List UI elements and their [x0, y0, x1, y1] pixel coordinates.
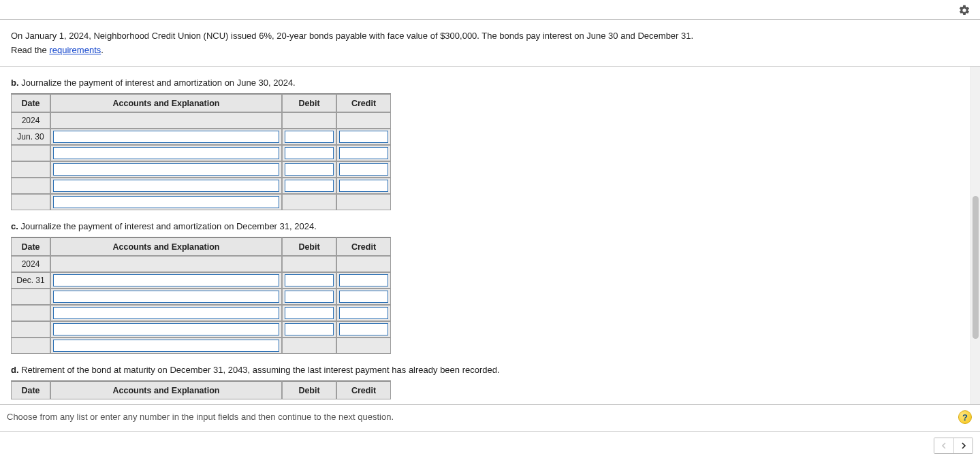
help-icon[interactable]: ?	[958, 410, 972, 424]
c-year: 2024	[11, 256, 50, 272]
c-acct-input-2[interactable]	[53, 291, 279, 303]
b-debit-input-4[interactable]	[285, 180, 334, 192]
nav-group	[934, 438, 973, 454]
b-debit-input-3[interactable]	[285, 163, 334, 176]
problem-text: On January 1, 2024, Neighborhood Credit …	[11, 31, 969, 41]
part-d-text: Retirement of the bond at maturity on De…	[21, 365, 499, 375]
c-acct-input-1[interactable]	[53, 274, 279, 286]
empty-cell	[336, 338, 391, 354]
col-credit-header: Credit	[336, 93, 391, 112]
top-bar	[0, 0, 980, 20]
content-wrap: b. Journalize the payment of interest an…	[0, 67, 980, 404]
read-suffix: .	[101, 45, 104, 55]
empty-cell	[336, 194, 391, 210]
journal-table-c: Date Accounts and Explanation Debit Cred…	[11, 237, 391, 354]
part-b-label: b.	[11, 78, 19, 88]
c-acct-input-3[interactable]	[53, 307, 279, 319]
empty-cell	[11, 145, 50, 161]
journal-table-b: Date Accounts and Explanation Debit Cred…	[11, 93, 391, 210]
empty-cell	[282, 112, 336, 129]
b-acct-input-5[interactable]	[53, 196, 279, 208]
empty-cell	[11, 305, 50, 321]
empty-cell	[11, 178, 50, 194]
col-accounts-header: Accounts and Explanation	[50, 237, 282, 256]
part-d-prompt: d. Retirement of the bond at maturity on…	[11, 365, 960, 375]
col-date-header: Date	[11, 93, 50, 112]
b-acct-input-3[interactable]	[53, 163, 279, 176]
b-debit-input-2[interactable]	[285, 147, 334, 159]
empty-cell	[50, 112, 282, 129]
read-requirements-line: Read the requirements.	[11, 45, 969, 55]
content-area: b. Journalize the payment of interest an…	[0, 67, 970, 404]
col-credit-header: Credit	[336, 380, 391, 399]
b-credit-input-2[interactable]	[339, 147, 388, 159]
empty-cell	[282, 338, 336, 354]
empty-cell	[11, 194, 50, 210]
requirements-link[interactable]: requirements	[49, 45, 101, 55]
nav-bar	[0, 432, 980, 459]
empty-cell	[336, 112, 391, 129]
c-debit-input-2[interactable]	[285, 291, 334, 303]
journal-table-d: Date Accounts and Explanation Debit Cred…	[11, 380, 391, 399]
col-accounts-header: Accounts and Explanation	[50, 380, 282, 399]
c-debit-input-4[interactable]	[285, 323, 334, 335]
part-b-text: Journalize the payment of interest and a…	[21, 78, 296, 88]
col-debit-header: Debit	[282, 380, 336, 399]
problem-intro: On January 1, 2024, Neighborhood Credit …	[0, 20, 980, 67]
scrollbar-track[interactable]	[970, 67, 980, 404]
empty-cell	[11, 321, 50, 338]
col-debit-header: Debit	[282, 237, 336, 256]
c-acct-input-5[interactable]	[53, 340, 279, 352]
col-debit-header: Debit	[282, 93, 336, 112]
part-b-prompt: b. Journalize the payment of interest an…	[11, 78, 960, 88]
prev-button	[934, 438, 953, 453]
empty-cell	[282, 256, 336, 272]
col-date-header: Date	[11, 380, 50, 399]
c-day: Dec. 31	[11, 272, 50, 289]
empty-cell	[11, 289, 50, 305]
c-debit-input-3[interactable]	[285, 307, 334, 319]
c-credit-input-1[interactable]	[339, 274, 388, 286]
col-accounts-header: Accounts and Explanation	[50, 93, 282, 112]
empty-cell	[282, 194, 336, 210]
col-credit-header: Credit	[336, 237, 391, 256]
c-acct-input-4[interactable]	[53, 323, 279, 335]
b-day: Jun. 30	[11, 129, 50, 145]
part-c-label: c.	[11, 221, 18, 231]
b-credit-input-3[interactable]	[339, 163, 388, 176]
part-c-prompt: c. Journalize the payment of interest an…	[11, 221, 960, 231]
next-button[interactable]	[953, 438, 973, 453]
c-credit-input-3[interactable]	[339, 307, 388, 319]
c-credit-input-4[interactable]	[339, 323, 388, 335]
c-credit-input-2[interactable]	[339, 291, 388, 303]
empty-cell	[11, 161, 50, 178]
c-debit-input-1[interactable]	[285, 274, 334, 286]
scrollbar-thumb[interactable]	[973, 196, 979, 339]
part-c-text: Journalize the payment of interest and a…	[20, 221, 316, 231]
gear-icon[interactable]	[958, 4, 970, 16]
b-year: 2024	[11, 112, 50, 129]
b-acct-input-4[interactable]	[53, 180, 279, 192]
footer-hint-text: Choose from any list or enter any number…	[7, 412, 394, 422]
b-credit-input-4[interactable]	[339, 180, 388, 192]
b-acct-input-1[interactable]	[53, 131, 279, 143]
part-d-label: d.	[11, 365, 19, 375]
footer-hint-bar: Choose from any list or enter any number…	[0, 404, 980, 432]
read-prefix: Read the	[11, 45, 49, 55]
col-date-header: Date	[11, 237, 50, 256]
empty-cell	[11, 338, 50, 354]
empty-cell	[336, 256, 391, 272]
b-debit-input-1[interactable]	[285, 131, 334, 143]
empty-cell	[50, 256, 282, 272]
b-acct-input-2[interactable]	[53, 147, 279, 159]
b-credit-input-1[interactable]	[339, 131, 388, 143]
